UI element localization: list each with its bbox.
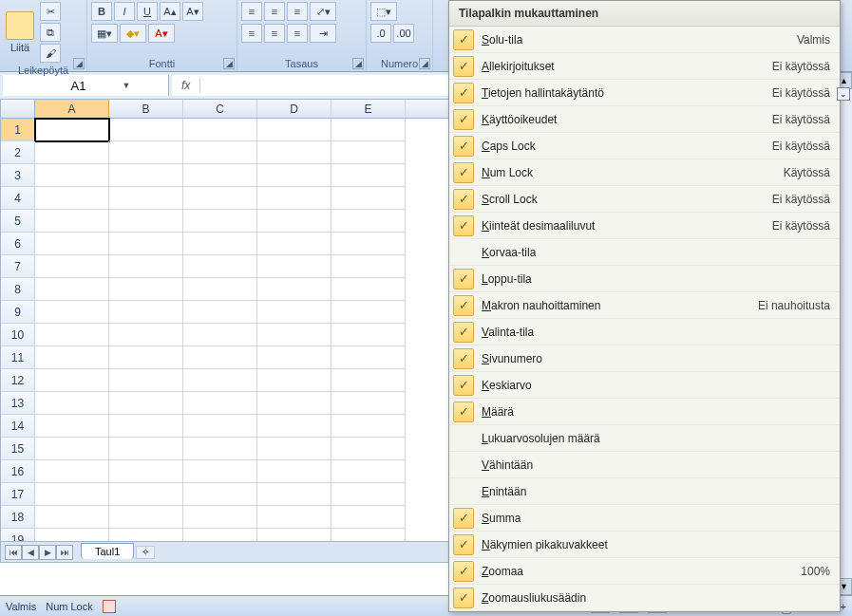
menu-item[interactable]: ✓Zoomausliukusäädin	[449, 585, 840, 611]
cell[interactable]	[331, 369, 406, 392]
cell[interactable]	[109, 255, 183, 278]
menu-item[interactable]: ✓Caps LockEi käytössä	[449, 133, 840, 159]
cell[interactable]	[109, 164, 183, 187]
cell[interactable]	[35, 233, 109, 255]
column-header[interactable]: A	[35, 100, 109, 118]
name-box-input[interactable]	[41, 79, 117, 93]
menu-item[interactable]: ✓Loppu-tila	[449, 266, 840, 292]
format-painter-button[interactable]: 🖌	[40, 44, 61, 63]
cell[interactable]	[35, 164, 109, 187]
align-expand-icon[interactable]: ◢	[352, 58, 364, 69]
fx-icon[interactable]: fx	[172, 79, 200, 92]
row-header[interactable]: 2	[1, 141, 35, 164]
cell[interactable]	[331, 460, 406, 483]
row-header[interactable]: 18	[1, 506, 35, 529]
cell[interactable]	[35, 369, 109, 392]
indent-button[interactable]: ⇥	[310, 24, 336, 43]
cell[interactable]	[257, 324, 331, 346]
sheet-nav-last[interactable]: ⏭	[56, 545, 73, 560]
row-header[interactable]: 14	[1, 415, 35, 438]
column-header[interactable]: E	[331, 100, 406, 118]
macro-record-icon[interactable]	[103, 600, 116, 613]
cell[interactable]	[35, 506, 109, 529]
align-left-button[interactable]: ≡	[241, 24, 262, 43]
cell[interactable]	[183, 164, 257, 187]
cell[interactable]	[331, 506, 406, 529]
cell[interactable]	[109, 301, 183, 324]
cell[interactable]	[35, 278, 109, 301]
row-header[interactable]: 9	[1, 301, 35, 324]
cell[interactable]	[183, 438, 257, 460]
cell[interactable]	[183, 233, 257, 255]
cell[interactable]	[35, 392, 109, 415]
row-header[interactable]: 12	[1, 369, 35, 392]
cell[interactable]	[331, 278, 406, 301]
row-header[interactable]: 3	[1, 164, 35, 187]
font-size-up-button[interactable]: A▴	[160, 2, 180, 21]
cell[interactable]	[183, 324, 257, 346]
menu-item[interactable]: ✓Summa	[449, 505, 840, 532]
menu-item[interactable]: Korvaa-tila	[449, 239, 840, 266]
cell[interactable]	[257, 210, 331, 233]
underline-button[interactable]: U	[137, 2, 158, 21]
row-header[interactable]: 17	[1, 483, 35, 506]
cell[interactable]	[109, 233, 183, 255]
cell[interactable]	[331, 483, 406, 506]
cell[interactable]	[109, 346, 183, 369]
menu-item[interactable]: ✓Scroll LockEi käytössä	[449, 186, 840, 213]
cell[interactable]	[183, 483, 257, 506]
menu-item[interactable]: ✓Solu-tilaValmis	[449, 27, 840, 53]
menu-item[interactable]: ✓Kiinteät desimaaliluvutEi käytössä	[449, 213, 840, 239]
cell[interactable]	[257, 233, 331, 255]
menu-item[interactable]: ✓Näkymien pikakuvakkeet	[449, 532, 840, 558]
cell[interactable]	[35, 483, 109, 506]
cell[interactable]	[35, 346, 109, 369]
menu-item[interactable]: ✓Valinta-tila	[449, 319, 840, 345]
cell[interactable]	[257, 369, 331, 392]
menu-item[interactable]: ✓KäyttöoikeudetEi käytössä	[449, 106, 840, 133]
cell[interactable]	[183, 119, 257, 141]
cell[interactable]	[331, 346, 406, 369]
cell[interactable]	[331, 233, 406, 255]
paste-button[interactable]: Liitä	[4, 9, 36, 55]
clipboard-expand-icon[interactable]: ◢	[73, 58, 85, 69]
number-format-button[interactable]: ⬚▾	[370, 2, 397, 21]
cell[interactable]	[331, 324, 406, 346]
cell[interactable]	[183, 141, 257, 164]
row-header[interactable]: 6	[1, 233, 35, 255]
cell[interactable]	[109, 119, 183, 141]
column-header[interactable]: C	[183, 100, 257, 118]
cell[interactable]	[35, 301, 109, 324]
cell[interactable]	[183, 301, 257, 324]
row-header[interactable]: 8	[1, 278, 35, 301]
cell[interactable]	[183, 278, 257, 301]
name-box-dropdown-icon[interactable]: ▼	[123, 81, 131, 90]
cell[interactable]	[35, 460, 109, 483]
cell[interactable]	[109, 460, 183, 483]
copy-button[interactable]: ⧉	[40, 23, 61, 42]
number-expand-icon[interactable]: ◢	[419, 58, 430, 69]
menu-item[interactable]: ✓Num LockKäytössä	[449, 159, 840, 186]
cell[interactable]	[257, 483, 331, 506]
cell[interactable]	[35, 141, 109, 164]
cell[interactable]	[183, 187, 257, 210]
cell[interactable]	[331, 392, 406, 415]
cell[interactable]	[257, 301, 331, 324]
cell[interactable]	[257, 460, 331, 483]
decrease-decimal-button[interactable]: .0	[370, 24, 391, 43]
row-header[interactable]: 15	[1, 438, 35, 460]
cell[interactable]	[109, 210, 183, 233]
cell[interactable]	[183, 369, 257, 392]
row-header[interactable]: 1	[1, 119, 35, 141]
cell[interactable]	[109, 415, 183, 438]
menu-item[interactable]: ✓Makron nauhoittaminenEi nauhoitusta	[449, 292, 840, 319]
cell[interactable]	[331, 187, 406, 210]
cell[interactable]	[257, 506, 331, 529]
italic-button[interactable]: I	[114, 2, 135, 21]
cut-button[interactable]: ✂	[40, 2, 61, 21]
row-header[interactable]: 16	[1, 460, 35, 483]
sheet-tab-active[interactable]: Taul1	[81, 543, 134, 559]
menu-item[interactable]: Vähintään	[449, 452, 840, 478]
sheet-add-button[interactable]: ✧	[136, 546, 155, 559]
cell[interactable]	[109, 506, 183, 529]
